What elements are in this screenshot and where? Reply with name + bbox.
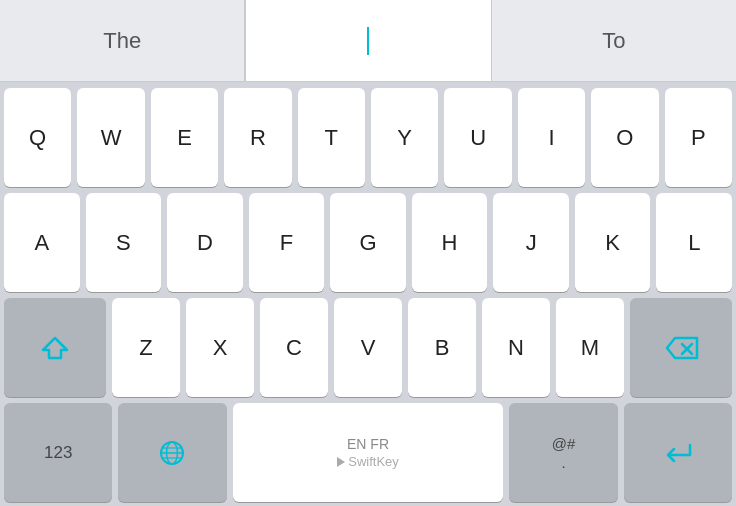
suggestion-right-text: To	[602, 28, 625, 54]
sym-top: @#	[552, 435, 576, 452]
key-d[interactable]: D	[167, 193, 243, 292]
enter-key[interactable]	[624, 403, 732, 502]
num-label: 123	[44, 443, 72, 463]
key-row-2: A S D F G H J K L	[4, 193, 732, 292]
key-a[interactable]: A	[4, 193, 80, 292]
suggestion-left[interactable]: The	[0, 0, 245, 81]
keyboard: Q W E R T Y U I O P A S D F G H J K L Z …	[0, 82, 736, 506]
key-x[interactable]: X	[186, 298, 254, 397]
key-e[interactable]: E	[151, 88, 218, 187]
key-row-4: 123 EN FR SwiftKey @# .	[4, 403, 732, 502]
key-v[interactable]: V	[334, 298, 402, 397]
key-s[interactable]: S	[86, 193, 162, 292]
key-y[interactable]: Y	[371, 88, 438, 187]
shift-icon	[41, 334, 69, 362]
key-o[interactable]: O	[591, 88, 658, 187]
key-n[interactable]: N	[482, 298, 550, 397]
backspace-icon	[663, 334, 699, 362]
key-h[interactable]: H	[412, 193, 488, 292]
globe-key[interactable]	[118, 403, 226, 502]
key-r[interactable]: R	[224, 88, 291, 187]
suggestion-bar: The To	[0, 0, 736, 82]
swiftkey-arrow-icon	[337, 457, 345, 467]
suggestion-middle[interactable]	[245, 0, 491, 81]
key-b[interactable]: B	[408, 298, 476, 397]
text-cursor	[367, 27, 369, 55]
shift-key[interactable]	[4, 298, 106, 397]
space-lang: EN FR	[347, 436, 389, 452]
backspace-key[interactable]	[630, 298, 732, 397]
sym-bot: .	[561, 454, 565, 471]
enter-icon	[662, 439, 694, 467]
space-brand: SwiftKey	[337, 454, 399, 469]
globe-icon	[158, 439, 186, 467]
num-key[interactable]: 123	[4, 403, 112, 502]
key-i[interactable]: I	[518, 88, 585, 187]
space-key[interactable]: EN FR SwiftKey	[233, 403, 504, 502]
key-m[interactable]: M	[556, 298, 624, 397]
key-f[interactable]: F	[249, 193, 325, 292]
svg-marker-0	[43, 338, 67, 358]
key-c[interactable]: C	[260, 298, 328, 397]
sym-key[interactable]: @# .	[509, 403, 617, 502]
key-q[interactable]: Q	[4, 88, 71, 187]
key-u[interactable]: U	[444, 88, 511, 187]
key-w[interactable]: W	[77, 88, 144, 187]
key-k[interactable]: K	[575, 193, 651, 292]
key-p[interactable]: P	[665, 88, 732, 187]
suggestion-left-text: The	[103, 28, 141, 54]
brand-label: SwiftKey	[348, 454, 399, 469]
key-t[interactable]: T	[298, 88, 365, 187]
key-l[interactable]: L	[656, 193, 732, 292]
key-g[interactable]: G	[330, 193, 406, 292]
key-z[interactable]: Z	[112, 298, 180, 397]
key-j[interactable]: J	[493, 193, 569, 292]
key-row-3: Z X C V B N M	[4, 298, 732, 397]
key-row-1: Q W E R T Y U I O P	[4, 88, 732, 187]
suggestion-right[interactable]: To	[492, 0, 736, 81]
